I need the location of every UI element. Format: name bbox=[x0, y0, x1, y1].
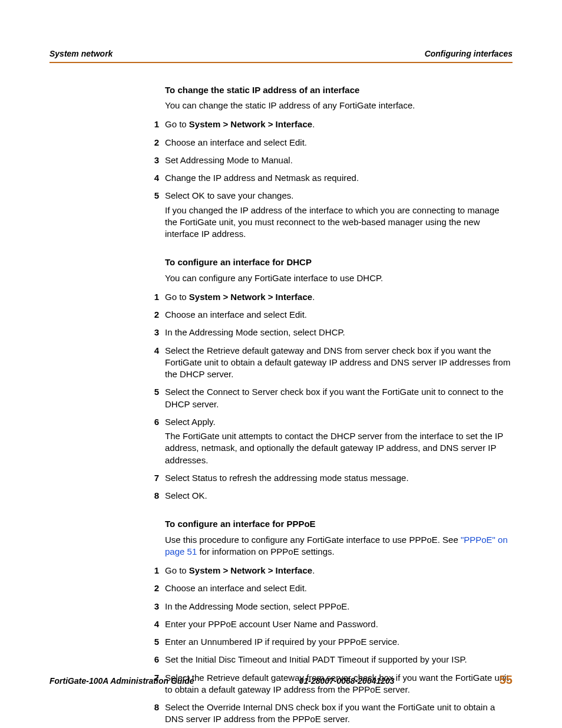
list-item: 1Go to System > Network > Interface. bbox=[165, 565, 513, 577]
step-number: 3 bbox=[141, 601, 159, 612]
step-text: Choose an interface and select Edit. bbox=[165, 137, 307, 147]
step-number: 5 bbox=[141, 636, 159, 648]
list-item: 3Set Addressing Mode to Manual. bbox=[165, 154, 513, 166]
step-text: Go to bbox=[165, 292, 189, 302]
section2-intro: You can configure any FortiGate interfac… bbox=[165, 272, 513, 284]
step-number: 1 bbox=[141, 565, 159, 577]
header-left: System network bbox=[49, 48, 113, 60]
list-item: 8Select the Override Internal DNS check … bbox=[165, 701, 513, 726]
step-text: Choose an interface and select Edit. bbox=[165, 583, 307, 593]
list-item: 2Choose an interface and select Edit. bbox=[165, 582, 513, 594]
step-number: 2 bbox=[141, 582, 159, 594]
step-number: 5 bbox=[141, 386, 159, 398]
step-number: 6 bbox=[141, 654, 159, 666]
step-text: Select Status to refresh the addressing … bbox=[165, 473, 409, 483]
section2-title: To configure an interface for DHCP bbox=[165, 256, 513, 268]
footer-docnum: 01-28007-0068-20041203 bbox=[194, 676, 500, 687]
step-text: Change the IP address and Netmask as req… bbox=[165, 173, 359, 183]
list-item: 5Select the Connect to Server check box … bbox=[165, 386, 513, 410]
section1-intro: You can change the static IP address of … bbox=[165, 100, 513, 111]
step-text: Select the Override Internal DNS check b… bbox=[165, 702, 495, 724]
step-text: Go to bbox=[165, 565, 189, 575]
section3-intro: Use this procedure to configure any Fort… bbox=[165, 534, 513, 558]
step-number: 7 bbox=[141, 472, 159, 484]
list-item: 4Select the Retrieve default gateway and… bbox=[165, 345, 513, 381]
step-number: 1 bbox=[141, 118, 159, 130]
step-text: Select Apply. bbox=[165, 417, 216, 427]
step-number: 6 bbox=[141, 416, 159, 428]
list-item: 8Select OK. bbox=[165, 490, 513, 502]
content-column: To change the static IP address of an in… bbox=[165, 84, 513, 726]
list-item: 7Select Status to refresh the addressing… bbox=[165, 472, 513, 484]
step-text: Select OK. bbox=[165, 490, 207, 500]
list-item: 4Enter your PPPoE account User Name and … bbox=[165, 618, 513, 630]
step-extra: The FortiGate unit attempts to contact t… bbox=[165, 430, 513, 466]
step-number: 3 bbox=[141, 154, 159, 166]
list-item: 1Go to System > Network > Interface. bbox=[165, 118, 513, 130]
header-right: Configuring interfaces bbox=[425, 48, 513, 60]
step-text: Enter your PPPoE account User Name and P… bbox=[165, 619, 378, 629]
page-header: System network Configuring interfaces bbox=[49, 48, 513, 62]
list-item: 6Select Apply.The FortiGate unit attempt… bbox=[165, 416, 513, 466]
step-number: 4 bbox=[141, 172, 159, 184]
list-item: 2Choose an interface and select Edit. bbox=[165, 137, 513, 149]
step-number: 8 bbox=[141, 701, 159, 713]
step-number: 3 bbox=[141, 327, 159, 338]
header-rule bbox=[49, 62, 513, 63]
step-text: Select the Connect to Server check box i… bbox=[165, 387, 503, 409]
step-text: . bbox=[312, 565, 315, 575]
step-text: In the Addressing Mode section, select D… bbox=[165, 327, 345, 337]
list-item: 5Enter an Unnumbered IP if required by y… bbox=[165, 636, 513, 648]
step-number: 4 bbox=[141, 345, 159, 357]
section3-title: To configure an interface for PPPoE bbox=[165, 518, 513, 530]
step-extra: If you changed the IP address of the int… bbox=[165, 205, 513, 241]
step-number: 2 bbox=[141, 309, 159, 321]
step-number: 5 bbox=[141, 190, 159, 202]
intro-text: for information on PPPoE settings. bbox=[197, 546, 334, 556]
step-text: Choose an interface and select Edit. bbox=[165, 309, 307, 319]
step-bold: System > Network > Interface bbox=[189, 119, 312, 129]
step-text: Select the Retrieve default gateway and … bbox=[165, 345, 510, 380]
step-text: Set Addressing Mode to Manual. bbox=[165, 155, 293, 165]
step-number: 1 bbox=[141, 291, 159, 303]
list-item: 3In the Addressing Mode section, select … bbox=[165, 327, 513, 338]
section1-title: To change the static IP address of an in… bbox=[165, 84, 513, 96]
section1-steps: 1Go to System > Network > Interface. 2Ch… bbox=[165, 118, 513, 240]
page-number: 55 bbox=[500, 672, 513, 688]
step-bold: System > Network > Interface bbox=[189, 565, 312, 575]
list-item: 6Set the Initial Disc Timeout and Initia… bbox=[165, 654, 513, 666]
step-text: . bbox=[312, 119, 315, 129]
list-item: 2Choose an interface and select Edit. bbox=[165, 309, 513, 321]
section2-steps: 1Go to System > Network > Interface. 2Ch… bbox=[165, 291, 513, 502]
step-text: Go to bbox=[165, 119, 189, 129]
step-text: . bbox=[312, 292, 315, 302]
step-number: 4 bbox=[141, 618, 159, 630]
list-item: 1Go to System > Network > Interface. bbox=[165, 291, 513, 303]
step-text: In the Addressing Mode section, select P… bbox=[165, 601, 350, 611]
section3-steps: 1Go to System > Network > Interface. 2Ch… bbox=[165, 565, 513, 726]
intro-text: Use this procedure to configure any Fort… bbox=[165, 535, 461, 545]
list-item: 3In the Addressing Mode section, select … bbox=[165, 601, 513, 612]
footer-guide: FortiGate-100A Administration Guide bbox=[49, 676, 194, 687]
list-item: 4Change the IP address and Netmask as re… bbox=[165, 172, 513, 184]
page: System network Configuring interfaces To… bbox=[0, 0, 562, 728]
step-text: Select OK to save your changes. bbox=[165, 190, 293, 200]
page-footer: FortiGate-100A Administration Guide 01-2… bbox=[49, 672, 513, 688]
step-number: 2 bbox=[141, 137, 159, 149]
list-item: 5Select OK to save your changes.If you c… bbox=[165, 190, 513, 240]
step-text: Set the Initial Disc Timeout and Initial… bbox=[165, 654, 467, 664]
step-bold: System > Network > Interface bbox=[189, 292, 312, 302]
step-text: Enter an Unnumbered IP if required by yo… bbox=[165, 637, 399, 647]
step-number: 8 bbox=[141, 490, 159, 502]
